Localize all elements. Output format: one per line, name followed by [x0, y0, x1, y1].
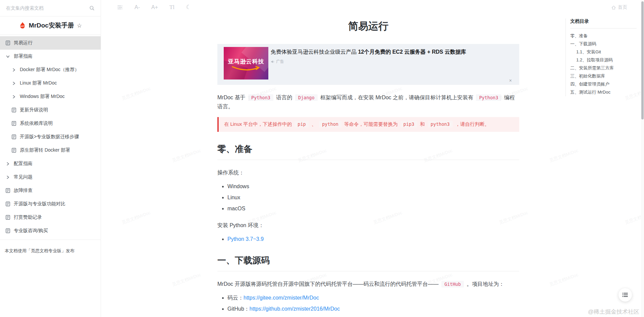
- ad-speaker-icon: [271, 60, 275, 64]
- book-title: MrDoc安装手册: [29, 21, 74, 30]
- content-watermark: 觅思文档MrDoc: [549, 148, 579, 164]
- svg-text:HOT: HOT: [20, 25, 24, 27]
- scrollbar-thumb[interactable]: [641, 1, 644, 119]
- sidebar-item[interactable]: 开源版>专业版数据迁移步骤: [0, 130, 101, 144]
- sidebar-item[interactable]: 原生部署转 Docker 部署: [0, 144, 101, 157]
- sidebar-nav: 简易运行部署指南Docker 部署 MrDoc（推荐）Linux 部署 MrDo…: [0, 35, 101, 237]
- sidebar-item-label: 原生部署转 Docker 部署: [20, 147, 70, 153]
- sidebar-item-label: 开源版>专业版数据迁移步骤: [20, 134, 79, 140]
- sidebar-item[interactable]: Linux 部署 MrDoc: [0, 76, 101, 90]
- text-run: 在 Linux 平台中，下述操作中的: [224, 121, 293, 127]
- doc-icon: [11, 148, 17, 153]
- repo-list: 码云：https://gitee.com/zmister/MrDocGitHub…: [217, 294, 519, 313]
- content-watermark: 觅思文档MrDoc: [121, 86, 152, 102]
- toc-panel: 文档目录 零、准备一、下载源码1.1、安装Git1.2、拉取项目源码二、安装所需…: [566, 18, 637, 96]
- toc-item[interactable]: 1.2、拉取项目源码: [570, 56, 637, 64]
- font-decrease-button[interactable]: A-: [135, 4, 140, 11]
- font-increase-button[interactable]: A+: [151, 4, 158, 11]
- doc-icon: [5, 215, 11, 220]
- doc-icon: [5, 201, 11, 207]
- sidebar-item[interactable]: Windows 部署 MrDoc: [0, 90, 101, 103]
- home-link[interactable]: 首页: [611, 4, 627, 10]
- intro-paragraph: MrDoc 基于 Python3 语言的 Django 框架编写而成，在安装 M…: [217, 93, 519, 111]
- sidebar-item[interactable]: 部署指南: [0, 50, 101, 63]
- sidebar-item[interactable]: 专业版咨询/购买: [0, 224, 101, 237]
- python-env-label: 安装 Python 环境：: [217, 221, 519, 230]
- home-icon: [611, 5, 616, 10]
- toc-item[interactable]: 四、创建管理员账户: [570, 80, 637, 88]
- os-list: WindowsLinuxmacOS: [217, 182, 519, 213]
- sidebar-item[interactable]: 更新升级说明: [0, 103, 101, 117]
- sidebar-item[interactable]: Docker 部署 MrDoc（推荐）: [0, 63, 101, 76]
- toc-item[interactable]: 零、准备: [570, 32, 637, 40]
- repo-list-item: GitHub：https://github.com/zmister2016/Mr…: [227, 305, 519, 313]
- toc-item[interactable]: 三、初始化数据库: [570, 72, 637, 80]
- warning-callout: 在 Linux 平台中，下述操作中的 pip 、 python 等命令，可能需要…: [217, 117, 519, 132]
- search-bar: [0, 0, 101, 16]
- ad-label-row: 广告: [271, 59, 284, 64]
- search-input[interactable]: [6, 5, 89, 11]
- toc-float-button[interactable]: [619, 288, 632, 302]
- hot-badge-icon: HOT: [19, 22, 26, 29]
- content-watermark: 觅思文档MrDoc: [171, 148, 202, 164]
- sidebar-item[interactable]: 简易运行: [0, 36, 101, 50]
- inline-code: python: [319, 121, 341, 127]
- text-run: 、: [310, 121, 318, 127]
- toc-item[interactable]: 二、安装所需第三方库: [570, 64, 637, 72]
- sidebar-item[interactable]: 故障排查: [0, 184, 101, 197]
- content-watermark: 觅思文档MrDoc: [171, 272, 202, 288]
- typeface-toggle-button[interactable]: Tl: [169, 4, 174, 11]
- sidebar-item[interactable]: 常见问题: [0, 170, 101, 184]
- outline-toggle-icon[interactable]: [117, 4, 123, 11]
- toc-item[interactable]: 五、测试运行 MrDoc: [570, 88, 637, 96]
- toolbar: A- A+ Tl ☾: [117, 4, 191, 11]
- sidebar-item-label: 专业版咨询/购买: [14, 228, 48, 234]
- toc-item[interactable]: 1.1、安装Git: [570, 48, 637, 56]
- sidebar: HOT MrDoc安装手册 ☆ 简易运行部署指南Docker 部署 MrDoc（…: [0, 0, 101, 317]
- doc-icon: [11, 121, 17, 126]
- content-watermark: 觅思文档MrDoc: [121, 210, 152, 226]
- sidebar-item-label: 简易运行: [14, 40, 33, 46]
- star-icon[interactable]: ☆: [77, 22, 82, 29]
- ad-headline-normal: 免费体验亚马逊云科技企业级云产品: [271, 49, 358, 55]
- list-item: Linux: [227, 194, 519, 202]
- sidebar-item[interactable]: 打赏赞助记录: [0, 211, 101, 224]
- repo-link[interactable]: https://github.com/zmister2016/MrDoc: [250, 306, 340, 312]
- home-label: 首页: [618, 4, 627, 10]
- toc-list: 零、准备一、下载源码1.1、安装Git1.2、拉取项目源码二、安装所需第三方库三…: [570, 32, 637, 96]
- list-item: Python 3.7~3.9: [227, 235, 519, 243]
- sidebar-item-label: 故障排查: [14, 188, 33, 194]
- inline-code: pip3: [400, 121, 418, 127]
- doc-icon: [5, 228, 11, 233]
- python-version-link[interactable]: Python 3.7~3.9: [227, 236, 264, 242]
- content-watermark: 觅思文档MrDoc: [549, 272, 579, 288]
- search-icon[interactable]: [89, 5, 95, 11]
- doc-icon: [5, 40, 11, 46]
- chevron-right-icon: [5, 162, 11, 166]
- section-heading-prepare: 零、准备: [217, 143, 519, 160]
- inline-code: Django: [295, 94, 318, 101]
- sidebar-item[interactable]: 开源版与专业版功能对比: [0, 197, 101, 211]
- sidebar-item-label: 开源版与专业版功能对比: [14, 201, 65, 207]
- doc-icon: [11, 134, 17, 140]
- sidebar-item[interactable]: 配置指南: [0, 157, 101, 170]
- ad-close-button[interactable]: ×: [509, 78, 512, 83]
- sidebar-item-label: 更新升级说明: [20, 107, 48, 113]
- text-run: 和: [419, 121, 426, 127]
- repo-list-item: 码云：https://gitee.com/zmister/MrDoc: [227, 294, 519, 302]
- ad-banner: 亚马逊云科技 免费体验亚马逊云科技企业级云产品 12个月免费的 EC2 云服务器…: [217, 44, 519, 85]
- toc-item[interactable]: 一、下载源码: [570, 40, 637, 48]
- scrollbar-track[interactable]: [641, 0, 644, 317]
- text-run: 。项目地址为：: [465, 281, 504, 287]
- ad-image-text: 亚马逊云科技: [224, 58, 268, 65]
- sidebar-item-label: 系统依赖库说明: [20, 120, 53, 126]
- sidebar-item[interactable]: 系统依赖库说明: [0, 117, 101, 130]
- sidebar-footer: 本文档使用「觅思文档专业版」发布: [0, 240, 101, 254]
- dark-mode-icon[interactable]: ☾: [186, 4, 191, 11]
- ad-headline[interactable]: 免费体验亚马逊云科技企业级云产品 12个月免费的 EC2 云服务器 + RDS …: [271, 49, 466, 56]
- toc-title: 文档目录: [570, 18, 637, 29]
- chevron-right-icon: [11, 68, 17, 72]
- repo-link[interactable]: https://gitee.com/zmister/MrDoc: [244, 295, 319, 301]
- sidebar-item-label: Linux 部署 MrDoc: [20, 80, 57, 86]
- ad-image[interactable]: 亚马逊云科技: [224, 47, 268, 80]
